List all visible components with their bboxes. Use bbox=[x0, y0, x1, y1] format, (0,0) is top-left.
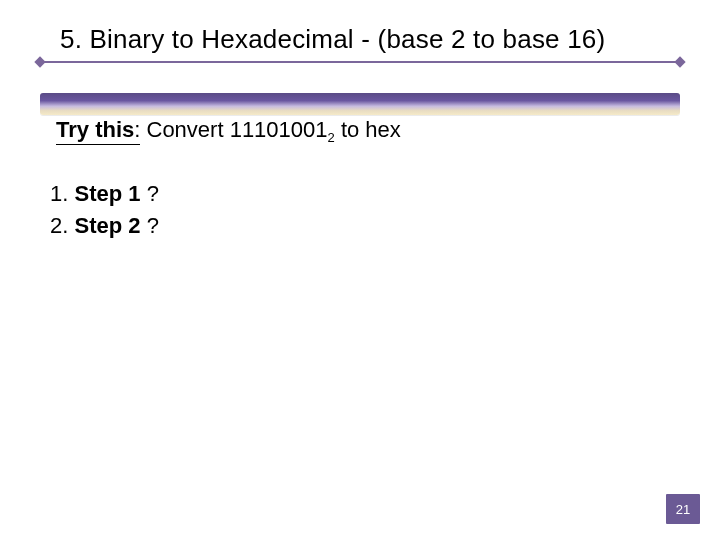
step-row: 1. Step 1 ? bbox=[50, 179, 720, 209]
slide-title: 5. Binary to Hexadecimal - (base 2 to ba… bbox=[60, 24, 680, 55]
prompt-base: 2 bbox=[328, 130, 335, 145]
prompt-prefix: Convert bbox=[140, 117, 229, 142]
step-number: 1. bbox=[50, 181, 68, 206]
step-tail: ? bbox=[141, 213, 159, 238]
banner-bar bbox=[40, 93, 680, 115]
step-row: 2. Step 2 ? bbox=[50, 211, 720, 241]
prompt-lead: Try this bbox=[56, 117, 134, 142]
step-label: Step 1 bbox=[74, 181, 140, 206]
try-this-prompt: Try this: Convert 111010012 to hex bbox=[56, 117, 720, 145]
page-number-badge: 21 bbox=[666, 494, 700, 524]
step-label: Step 2 bbox=[74, 213, 140, 238]
step-number: 2. bbox=[50, 213, 68, 238]
title-divider bbox=[40, 61, 680, 63]
prompt-binary: 11101001 bbox=[230, 117, 328, 142]
prompt-suffix: to hex bbox=[335, 117, 401, 142]
steps-list: 1. Step 1 ? 2. Step 2 ? bbox=[50, 179, 720, 240]
step-tail: ? bbox=[141, 181, 159, 206]
